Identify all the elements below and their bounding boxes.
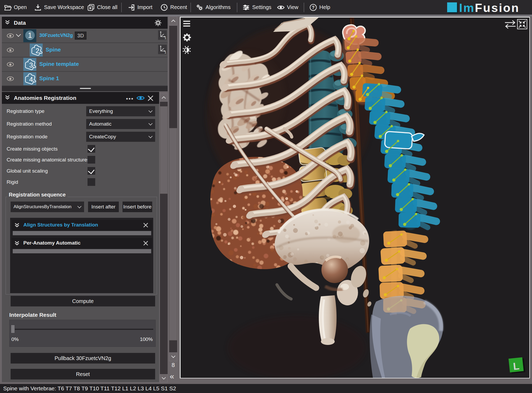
svg-text:3: 3 [29,61,33,69]
svg-text:1: 1 [164,50,166,54]
svg-text:1: 1 [164,36,166,40]
svg-text:4: 4 [29,75,33,83]
svg-text:2: 2 [36,47,39,55]
svg-text:?: ? [312,5,315,10]
svg-text:L: L [513,360,520,372]
